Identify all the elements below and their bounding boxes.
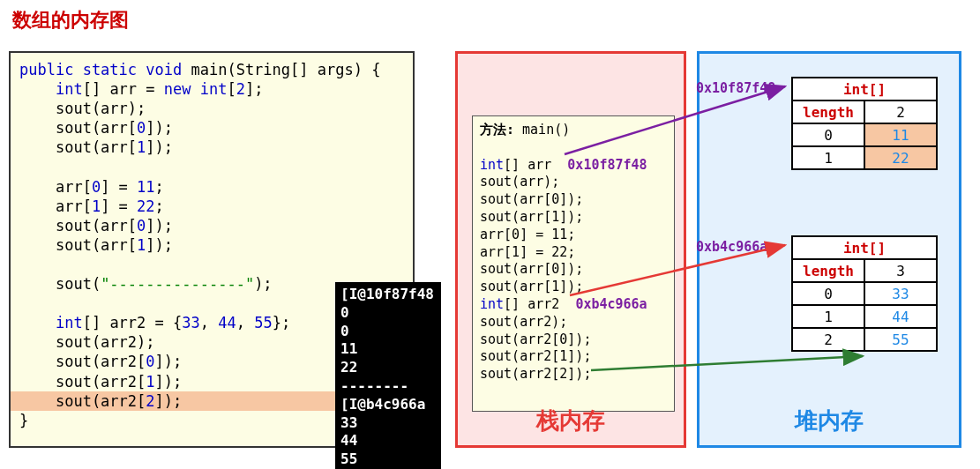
arr-val: 44 bbox=[864, 305, 937, 328]
code-num: 0 bbox=[137, 119, 146, 137]
code-text: sout(arr2[ bbox=[19, 353, 146, 370]
heap-label: 堆内存 bbox=[699, 406, 959, 436]
code-text: , bbox=[236, 314, 254, 331]
heap-memory-panel: 0x10f87f48 int[] length2 011 122 0xb4c96… bbox=[697, 51, 961, 448]
code-text: ]); bbox=[155, 373, 183, 391]
stack-line: arr[0] = 11; bbox=[480, 227, 575, 242]
code-text: }; bbox=[273, 314, 290, 331]
code-num: 1 bbox=[137, 236, 146, 254]
length-label: length bbox=[792, 259, 864, 282]
length-label: length bbox=[792, 100, 864, 123]
code-text: ; bbox=[155, 197, 164, 215]
length-val: 2 bbox=[864, 100, 937, 123]
code-text: ]); bbox=[146, 119, 173, 137]
heap-addr-1: 0x10f87f48 bbox=[696, 80, 775, 96]
code-num: 2 bbox=[236, 80, 245, 98]
arr-val: 55 bbox=[864, 328, 937, 351]
code-num: 55 bbox=[254, 314, 272, 331]
code-text: ]); bbox=[146, 138, 173, 156]
arr-idx: 1 bbox=[792, 146, 864, 169]
console-line: 44 bbox=[340, 432, 357, 449]
code-num: 0 bbox=[146, 353, 154, 370]
stack-line: sout(arr2[1]); bbox=[480, 348, 591, 364]
stack-line: sout(arr[0]); bbox=[480, 261, 583, 277]
stack-line: sout(arr2[2]); bbox=[480, 366, 591, 382]
code-text: ] = bbox=[101, 197, 137, 215]
code-text: sout(arr2); bbox=[19, 333, 155, 351]
code-text: ]); bbox=[155, 353, 183, 370]
code-num: 0 bbox=[92, 178, 101, 196]
method-label: 方法: bbox=[480, 122, 514, 138]
code-text: sout(arr[ bbox=[19, 217, 137, 234]
code-text: sout( bbox=[19, 275, 101, 293]
code-num: 33 bbox=[182, 314, 199, 331]
arr-val: 33 bbox=[864, 282, 937, 305]
code-text: ; bbox=[155, 178, 164, 196]
arr-idx: 1 bbox=[792, 305, 864, 328]
stack-addr-arr2: 0xb4c966a bbox=[575, 296, 647, 312]
console-line: 11 bbox=[340, 340, 357, 357]
code-num: 1 bbox=[92, 197, 101, 215]
stack-line: sout(arr[1]); bbox=[480, 209, 583, 225]
arr-val: 11 bbox=[864, 123, 937, 146]
stack-line: sout(arr); bbox=[480, 174, 559, 190]
heap-array-2: int[] length3 033 144 255 bbox=[791, 235, 938, 352]
stack-line: sout(arr2[0]); bbox=[480, 331, 591, 347]
code-text: ); bbox=[254, 275, 272, 293]
code-text: sout(arr2[ bbox=[19, 392, 146, 410]
arr-val: 22 bbox=[864, 146, 937, 169]
code-num: 22 bbox=[137, 197, 154, 215]
method-name: main() bbox=[514, 122, 570, 138]
code-text: ]); bbox=[155, 392, 183, 410]
code-text: [] arr = bbox=[83, 80, 164, 98]
code-text: [ bbox=[227, 80, 236, 98]
code-text: sout(arr[ bbox=[19, 138, 137, 156]
code-kw: int bbox=[56, 314, 83, 331]
console-line: 0 bbox=[340, 304, 349, 321]
code-text: sout(arr2[ bbox=[19, 373, 146, 391]
page-title: 数组的内存图 bbox=[12, 7, 129, 34]
console-line: 33 bbox=[340, 414, 357, 431]
console-output: [I@10f87f48 0 0 11 22 -------- [I@b4c966… bbox=[335, 282, 441, 469]
arr-idx: 2 bbox=[792, 328, 864, 351]
stack-line: sout(arr[0]); bbox=[480, 191, 583, 207]
heap-array-1: int[] length2 011 122 bbox=[791, 77, 938, 170]
code-num: 11 bbox=[137, 178, 154, 196]
console-line: 55 bbox=[340, 450, 357, 467]
code-text: , bbox=[200, 314, 218, 331]
stack-line: sout(arr2); bbox=[480, 314, 567, 330]
arr-type: int[] bbox=[792, 236, 937, 259]
stack-label: 栈内存 bbox=[458, 406, 684, 436]
code-text: ]; bbox=[245, 80, 263, 98]
code-num: 1 bbox=[146, 373, 154, 391]
console-line: 0 bbox=[340, 323, 349, 339]
code-text: [] arr2 = { bbox=[83, 314, 183, 331]
code-text: sout(arr[ bbox=[19, 236, 137, 254]
code-text: ]); bbox=[146, 236, 173, 254]
stack-line: arr[1] = 22; bbox=[480, 244, 575, 260]
code-text bbox=[19, 314, 56, 331]
code-text: ]); bbox=[146, 217, 173, 234]
code-text: arr[ bbox=[19, 197, 92, 215]
console-line: -------- bbox=[340, 377, 408, 394]
code-text bbox=[19, 80, 56, 98]
code-text: sout(arr); bbox=[19, 100, 146, 117]
arr-idx: 0 bbox=[792, 282, 864, 305]
code-num: 2 bbox=[146, 392, 154, 410]
arr-idx: 0 bbox=[792, 123, 864, 146]
code-str: "---------------" bbox=[101, 275, 254, 293]
code-kw: int bbox=[56, 80, 83, 98]
code-num: 1 bbox=[137, 138, 146, 156]
stack-memory-panel: 方法: main() int[] arr 0x10f87f48 sout(arr… bbox=[455, 51, 686, 448]
heap-addr-2: 0xb4c966a bbox=[696, 239, 767, 255]
console-line: [I@10f87f48 bbox=[340, 286, 434, 302]
console-line: 22 bbox=[340, 359, 357, 376]
code-text: } bbox=[19, 412, 28, 429]
code-kw: new int bbox=[164, 80, 228, 98]
code-num: 0 bbox=[137, 217, 146, 234]
code-text: sout(arr[ bbox=[19, 119, 137, 137]
code-kw: public static void bbox=[19, 61, 182, 78]
code-text: arr[ bbox=[19, 178, 92, 196]
code-text: ] = bbox=[101, 178, 137, 196]
stack-addr-arr: 0x10f87f48 bbox=[567, 157, 647, 173]
